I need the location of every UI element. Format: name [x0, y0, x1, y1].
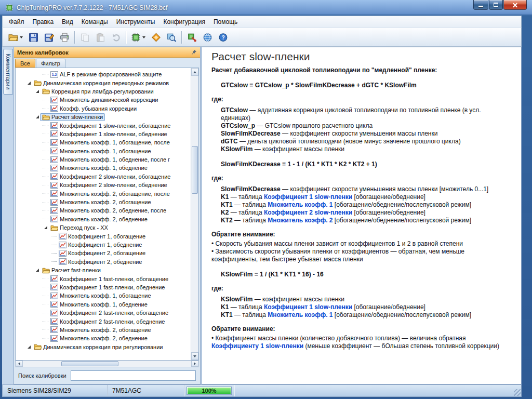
- help-button[interactable]: ?: [215, 30, 231, 45]
- tree-row[interactable]: Множитель коэфф. 1, обогащение, после: [17, 138, 191, 147]
- chip-search-button[interactable]: [164, 30, 179, 45]
- calibration-link[interactable]: Множитель коэфф. 1: [268, 201, 332, 208]
- print-button[interactable]: [57, 30, 72, 45]
- scroll-left-button[interactable]: [16, 361, 23, 367]
- tree-row[interactable]: Коэффициент 2 fast-пленки, обогащение: [17, 309, 191, 317]
- tree-row[interactable]: Множитель коэфф. 1, обогащение: [17, 147, 191, 155]
- tree-row[interactable]: Множитель коэфф. 1, обеднение: [17, 300, 191, 309]
- open-button[interactable]: [6, 30, 25, 45]
- tree-row[interactable]: Коэфф. убывания коррекции: [17, 104, 191, 113]
- calibration-link[interactable]: Множитель коэфф. 2: [268, 217, 332, 224]
- save-button[interactable]: [25, 30, 41, 45]
- tree-row[interactable]: Множитель коэфф. 2, обогащение: [17, 326, 191, 334]
- tree-row[interactable]: Расчет slow-пленки: [17, 113, 191, 121]
- tree-row[interactable]: Коэффициент 1 slow-пленки, обогащение: [17, 121, 191, 129]
- dropdown-arrow-icon[interactable]: [142, 36, 145, 38]
- horizontal-scroll-thumb[interactable]: [61, 361, 118, 366]
- menu-item-6[interactable]: Помощь: [209, 17, 242, 27]
- tab-filter[interactable]: Фильтр: [36, 59, 65, 68]
- expand-arrow-icon[interactable]: [34, 90, 40, 93]
- vertical-scroll-thumb[interactable]: [192, 146, 198, 194]
- menu-item-2[interactable]: Вид: [58, 17, 77, 27]
- calibration-link[interactable]: Коэффициент 1 slow-пленки: [264, 193, 352, 201]
- tree-row[interactable]: Коэффициент 2, обеднение: [17, 258, 191, 266]
- tree-row[interactable]: Расчет fast-пленки: [17, 266, 191, 274]
- search-input[interactable]: [71, 370, 196, 381]
- tree-connector: [43, 287, 48, 287]
- tree-row[interactable]: Коэффициент 1, обеднение: [17, 241, 191, 249]
- tab-all[interactable]: Все: [15, 59, 35, 68]
- menu-item-0[interactable]: Файл: [5, 17, 29, 27]
- scroll-right-button[interactable]: [191, 361, 198, 367]
- scroll-up-button[interactable]: [191, 68, 198, 76]
- tree-row[interactable]: Множитель динамической коррекции: [17, 96, 191, 104]
- minimize-button[interactable]: [473, 0, 488, 10]
- scroll-down-button[interactable]: [191, 352, 198, 360]
- tree-connector: [43, 134, 48, 134]
- vertical-scrollbar[interactable]: [191, 68, 198, 360]
- chip-tools-button[interactable]: [184, 30, 200, 45]
- menu-item-1[interactable]: Правка: [29, 17, 58, 27]
- tree-connector: [43, 74, 48, 75]
- tree-row[interactable]: Множитель коэфф. 2, обеднение: [17, 215, 191, 223]
- chip-read-button[interactable]: [128, 30, 148, 45]
- calibration-link[interactable]: Множитель коэфф. 1: [268, 311, 332, 318]
- dropdown-arrow-icon[interactable]: [20, 36, 23, 38]
- progress-value: 100%: [188, 388, 231, 394]
- tree-row[interactable]: Множитель коэфф. 1, обеднение: [17, 164, 191, 172]
- tree-row[interactable]: Коэффициент 2 fast-пленки, обеднение: [17, 317, 191, 325]
- tree-row[interactable]: Динамическая коррекция переходных режимо…: [17, 78, 191, 87]
- chart-icon: [50, 292, 58, 299]
- horizontal-scrollbar[interactable]: [15, 361, 199, 367]
- menu-item-3[interactable]: Команды: [77, 17, 112, 27]
- tree-row[interactable]: Коэффициент 1 fast-пленки, обогащение: [17, 274, 191, 283]
- expand-arrow-icon[interactable]: [26, 82, 32, 85]
- panel-tabs: ВсеФильтр: [14, 58, 200, 68]
- calibration-link[interactable]: Коэффициент 1 slow-пленки: [264, 303, 352, 311]
- text: — GTCslow прошлого расчетного цикла: [255, 122, 373, 129]
- tree-row[interactable]: Переход пуск - XX: [17, 223, 191, 232]
- tree-item-label: Динамическая коррекция переходных режимо…: [43, 80, 169, 86]
- tree-row[interactable]: Коррекция при лямбда-регулировании: [17, 87, 191, 96]
- tree-row[interactable]: Коэффициент 2 slow-пленки, обеднение: [17, 181, 191, 189]
- tree-connector: [51, 253, 57, 254]
- expand-arrow-icon[interactable]: [26, 345, 32, 349]
- tree-row[interactable]: Множитель коэфф. 2, обеднение: [17, 334, 191, 342]
- resize-grip[interactable]: [514, 389, 521, 396]
- tree-row[interactable]: Коэффициент 1 slow-пленки, обеднение: [17, 130, 191, 138]
- num-icon: 1.2: [50, 71, 58, 78]
- text: [обогащение/обеднение/послепусковой режи…: [332, 201, 471, 208]
- tree-row[interactable]: Множитель коэфф. 2, обеднение, после: [17, 206, 191, 215]
- text: — таблица: [233, 217, 268, 224]
- tree-row[interactable]: Коэффициент 2 slow-пленки, обогащение: [17, 172, 191, 181]
- expand-arrow-icon[interactable]: [34, 269, 40, 272]
- tree-row[interactable]: 1.2ALF в режиме форсированной защите: [17, 70, 191, 78]
- www-button[interactable]: [200, 30, 215, 45]
- menu-item-5[interactable]: Конфигурация: [159, 17, 209, 27]
- close-button[interactable]: [503, 0, 527, 10]
- calibration-link[interactable]: Коэффициент 2 slow-пленки: [264, 209, 352, 216]
- www-icon: [203, 33, 212, 42]
- tree-row[interactable]: Множитель коэфф. 2, обогащение: [17, 198, 191, 206]
- tree-row[interactable]: Множитель коэфф. 1, обеднение, после г: [17, 155, 191, 164]
- calibration-link[interactable]: Коэффициенту 1 slow-пленки: [211, 342, 303, 350]
- expand-arrow-icon[interactable]: [34, 115, 40, 118]
- tree-row[interactable]: Коэффициент 1 fast-пленки, обеднение: [17, 283, 191, 291]
- expand-arrow-icon[interactable]: [43, 226, 48, 229]
- close-icon: [512, 2, 518, 8]
- tree-row[interactable]: Коэффициент 1, обогащение: [17, 232, 191, 240]
- chart-icon: [50, 139, 58, 146]
- menu-item-4[interactable]: Инструменты: [112, 17, 159, 27]
- tree-item-label: Коэффициент 1 fast-пленки, обогащение: [60, 276, 168, 282]
- comments-tab[interactable]: Комментарии: [3, 49, 13, 95]
- chip-info-button[interactable]: [148, 30, 164, 45]
- chart-icon: [50, 199, 58, 206]
- tree-row[interactable]: Коэффициент 2, обогащение: [17, 249, 191, 257]
- calibration-tree: 1.2ALF в режиме форсированной защитеДина…: [15, 68, 199, 361]
- pin-icon[interactable]: [191, 49, 197, 55]
- tree-row[interactable]: Динамическая коррекция при регулировании: [17, 343, 191, 351]
- tree-row[interactable]: Множитель коэфф. 2, обогащение, после: [17, 189, 191, 197]
- save-edit-button[interactable]: [41, 30, 57, 45]
- tree-row[interactable]: Множитель коэфф. 1, обогащение: [17, 291, 191, 300]
- maximize-button[interactable]: [489, 0, 503, 10]
